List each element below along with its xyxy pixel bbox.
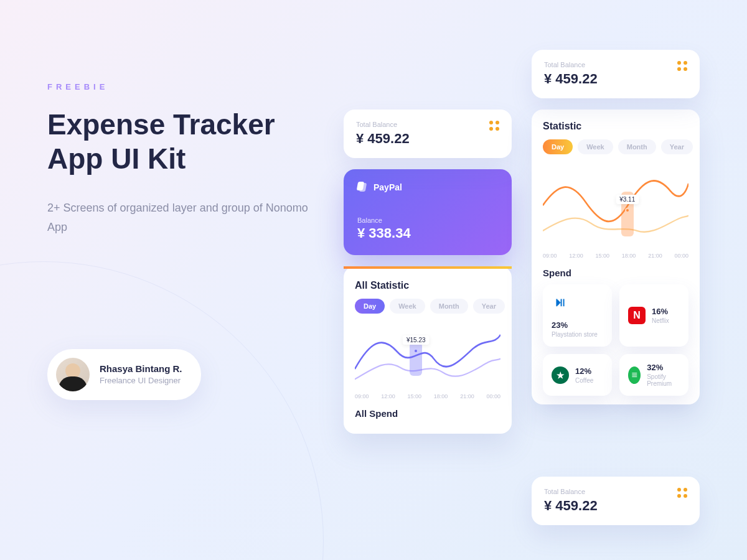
x-axis: 09:00 12:00 15:00 18:00 21:00 00:00 xyxy=(355,393,500,399)
hero-copy: FREEBIE Expense Tracker App UI Kit 2+ Sc… xyxy=(47,82,309,400)
balance-value: ¥ 459.22 xyxy=(356,131,499,147)
x-tick: 09:00 xyxy=(355,393,369,399)
x-tick: 15:00 xyxy=(596,253,610,259)
range-tabs: Day Week Month Year xyxy=(543,139,688,154)
author-name: Rhasya Bintang R. xyxy=(100,363,182,374)
spend-item-playstation[interactable]: ⏯ 23% Playstation store xyxy=(543,284,612,347)
marker-label: ¥3.11 xyxy=(616,195,639,204)
author-text: Rhasya Bintang R. Freelance UI Designer xyxy=(100,363,182,385)
app-menu-icon[interactable] xyxy=(677,488,687,498)
card-balance-value: ¥ 338.34 xyxy=(357,225,498,241)
tab-month[interactable]: Month xyxy=(430,299,468,314)
spend-name: Netflix xyxy=(652,317,669,324)
section-title: Statistic xyxy=(543,121,688,132)
spend-pct: 12% xyxy=(575,366,593,376)
chart-marker: ¥3.11 xyxy=(625,208,630,213)
balance-value: ¥ 459.22 xyxy=(544,71,687,87)
x-tick: 15:00 xyxy=(408,393,422,399)
x-tick: 18:00 xyxy=(434,393,448,399)
spend-pct: 23% xyxy=(552,320,603,330)
phone-screen-3: Total Balance ¥ 459.22 xyxy=(532,477,700,525)
tab-week[interactable]: Week xyxy=(578,139,613,154)
x-tick: 09:00 xyxy=(543,253,557,259)
all-statistic-card: All Statistic Day Week Month Year ¥15.23… xyxy=(344,266,512,434)
headline: Expense Tracker App UI Kit xyxy=(47,108,309,176)
statistic-card: Statistic Day Week Month Year ¥3.11 09:0… xyxy=(532,110,700,404)
balance-label: Total Balance xyxy=(544,61,687,68)
x-tick: 12:00 xyxy=(381,393,395,399)
phone-screen-1: Total Balance ¥ 459.22 PayPal Balance ¥ … xyxy=(344,110,512,434)
spend-item-spotify[interactable]: ≡ 32% Spotify Premium xyxy=(619,354,688,396)
author-card[interactable]: Rhasya Bintang R. Freelance UI Designer xyxy=(47,349,201,400)
tab-day[interactable]: Day xyxy=(543,139,573,154)
spend-pct: 16% xyxy=(652,307,669,316)
phone-screen-2: Total Balance ¥ 459.22 Statistic Day Wee… xyxy=(532,50,700,404)
spend-name: Playstation store xyxy=(552,331,603,338)
balance-card: Total Balance ¥ 459.22 xyxy=(532,50,700,98)
card-balance-label: Balance xyxy=(357,217,498,224)
x-tick: 00:00 xyxy=(674,253,688,259)
x-tick: 18:00 xyxy=(622,253,636,259)
balance-label: Total Balance xyxy=(544,488,687,495)
avatar xyxy=(56,358,90,391)
balance-value: ¥ 459.22 xyxy=(544,498,687,514)
statistic-chart: ¥3.11 xyxy=(543,162,688,249)
x-tick: 00:00 xyxy=(486,393,500,399)
playstation-icon: ⏯ xyxy=(552,293,569,310)
x-tick: 21:00 xyxy=(648,253,662,259)
app-menu-icon[interactable] xyxy=(489,121,499,131)
paypal-icon xyxy=(357,182,369,193)
spend-pct: 32% xyxy=(647,363,680,372)
spend-name: Coffee xyxy=(575,377,593,384)
sub-headline: 2+ Screens of organized layer and group … xyxy=(47,198,309,236)
balance-card: Total Balance ¥ 459.22 xyxy=(532,477,700,525)
chart-marker: ¥15.23 xyxy=(413,348,418,353)
spotify-icon: ≡ xyxy=(628,366,641,384)
section-title: Spend xyxy=(543,268,688,278)
spend-item-coffee[interactable]: ★ 12% Coffee xyxy=(543,354,612,396)
spend-grid: ⏯ 23% Playstation store N 16% Netflix ★ … xyxy=(543,284,688,396)
x-tick: 12:00 xyxy=(569,253,583,259)
author-role: Freelance UI Designer xyxy=(100,376,182,385)
spend-name: Spotify Premium xyxy=(647,373,680,387)
balance-label: Total Balance xyxy=(356,121,499,128)
payment-provider: PayPal xyxy=(374,182,402,192)
app-menu-icon[interactable] xyxy=(677,61,687,71)
marker-label: ¥15.23 xyxy=(403,335,430,345)
x-tick: 21:00 xyxy=(460,393,474,399)
tab-day[interactable]: Day xyxy=(355,299,385,314)
eyebrow-label: FREEBIE xyxy=(47,82,309,91)
tab-month[interactable]: Month xyxy=(618,139,656,154)
section-title: All Spend xyxy=(355,408,500,419)
statistic-chart: ¥15.23 xyxy=(355,321,500,390)
balance-card: Total Balance ¥ 459.22 xyxy=(344,110,512,158)
spend-item-netflix[interactable]: N 16% Netflix xyxy=(619,284,688,347)
tab-week[interactable]: Week xyxy=(390,299,425,314)
x-axis: 09:00 12:00 15:00 18:00 21:00 00:00 xyxy=(543,253,688,259)
tab-year[interactable]: Year xyxy=(473,299,505,314)
range-tabs: Day Week Month Year xyxy=(355,299,500,314)
payment-card[interactable]: PayPal Balance ¥ 338.34 xyxy=(344,169,512,255)
tab-year[interactable]: Year xyxy=(661,139,693,154)
netflix-icon: N xyxy=(628,307,646,324)
section-title: All Statistic xyxy=(355,280,500,291)
starbucks-icon: ★ xyxy=(552,366,569,384)
